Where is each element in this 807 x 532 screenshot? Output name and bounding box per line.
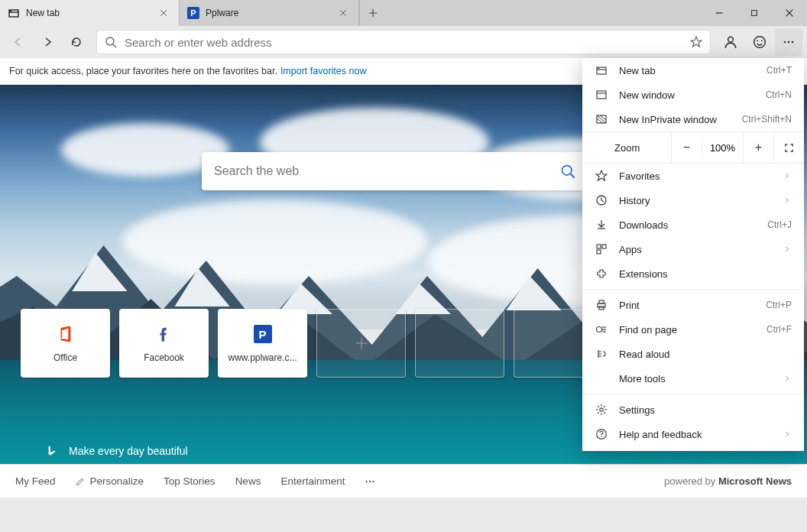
web-search-box[interactable] <box>202 152 588 190</box>
tile-label: Office <box>53 352 77 363</box>
menu-new-inprivate-window[interactable]: New InPrivate windowCtrl+Shift+N <box>582 107 804 131</box>
tab-label: New tab <box>26 8 150 18</box>
chevron-right-icon <box>783 196 792 205</box>
menu-print[interactable]: PrintCtrl+P <box>582 293 804 317</box>
nav-entertainment[interactable]: Entertainment <box>280 475 345 487</box>
feed-navbar: My Feed Personalize Top Stories News Ent… <box>0 464 807 498</box>
menu-help-and-feedback[interactable]: Help and feedback <box>582 422 804 446</box>
menu-new-window[interactable]: New windowCtrl+N <box>582 83 804 107</box>
nav-more[interactable] <box>365 476 375 487</box>
bing-icon <box>44 444 58 458</box>
find-icon <box>595 323 608 336</box>
search-icon <box>105 36 117 48</box>
star-icon <box>595 170 608 182</box>
menu-favorites[interactable]: Favorites <box>582 164 804 188</box>
settings-menu: New tabCtrl+TNew windowCtrl+NNew InPriva… <box>582 58 804 451</box>
bing-slogan: Make every day beautiful <box>44 444 188 458</box>
zoom-value: 100% <box>702 142 743 154</box>
tab-label: Pplware <box>206 8 329 18</box>
download-icon <box>595 219 608 231</box>
menu-apps[interactable]: Apps <box>582 237 804 261</box>
menu-more-tools[interactable]: More tools <box>582 366 804 391</box>
address-input[interactable] <box>125 36 682 49</box>
menu-history[interactable]: History <box>582 188 804 212</box>
powered-by: powered by Microsoft News <box>664 475 792 487</box>
plus-icon <box>351 332 372 354</box>
new-tab-button[interactable] <box>359 0 385 26</box>
chevron-right-icon <box>783 374 792 383</box>
close-tab-button[interactable] <box>156 8 171 18</box>
profile-button[interactable] <box>717 28 744 56</box>
pplware-icon: P <box>252 323 274 345</box>
newtab-icon <box>595 64 608 76</box>
tile-label: Facebook <box>144 352 184 363</box>
fullscreen-button[interactable] <box>773 131 804 164</box>
zoom-row: Zoom − 100% + <box>582 131 804 164</box>
close-window-button[interactable] <box>772 0 807 26</box>
chevron-right-icon <box>783 171 792 180</box>
zoom-in-button[interactable]: + <box>743 131 773 164</box>
tile-facebook[interactable]: Facebook <box>119 309 209 378</box>
help-icon <box>595 428 608 440</box>
search-icon[interactable] <box>560 164 575 179</box>
window-icon <box>595 89 608 101</box>
import-favorites-link[interactable]: Import favorites now <box>280 66 367 76</box>
facebook-icon <box>154 323 175 345</box>
print-icon <box>595 299 608 311</box>
extension-icon <box>595 268 608 280</box>
readaloud-icon <box>595 348 608 360</box>
close-tab-button[interactable] <box>335 8 351 18</box>
tile-label: www.pplware.c... <box>228 352 297 363</box>
chevron-right-icon <box>783 245 792 254</box>
menu-new-tab[interactable]: New tabCtrl+T <box>582 58 804 83</box>
zoom-label: Zoom <box>582 142 671 154</box>
add-tile-button[interactable] <box>316 309 406 378</box>
inprivate-icon <box>595 113 608 125</box>
empty-tile <box>415 309 504 378</box>
titlebar: New tab P Pplware <box>0 0 807 26</box>
nav-news[interactable]: News <box>235 475 261 487</box>
nav-my-feed[interactable]: My Feed <box>15 475 56 487</box>
tile-office[interactable]: Office <box>21 309 110 378</box>
window-controls <box>702 0 807 26</box>
menu-find-on-page[interactable]: Find on pageCtrl+F <box>582 317 804 342</box>
tab-strip: New tab P Pplware <box>0 0 359 26</box>
office-icon <box>55 323 76 345</box>
zoom-out-button[interactable]: − <box>671 131 702 164</box>
menu-downloads[interactable]: DownloadsCtrl+J <box>582 212 804 237</box>
slogan-text: Make every day beautiful <box>69 445 188 457</box>
web-search-input[interactable] <box>214 164 560 178</box>
apps-icon <box>595 243 608 255</box>
forward-button[interactable] <box>34 28 61 56</box>
favorites-bar-hint: For quick access, place your favorites h… <box>9 66 277 76</box>
menu-extensions[interactable]: Extensions <box>582 261 804 286</box>
back-button[interactable] <box>5 28 32 56</box>
chevron-right-icon <box>783 430 792 439</box>
pencil-icon <box>76 476 86 486</box>
tile-pplware[interactable]: P www.pplware.c... <box>218 309 307 378</box>
tab-new-tab[interactable]: New tab <box>0 0 180 26</box>
history-icon <box>595 194 608 206</box>
menu-read-aloud[interactable]: Read aloud <box>582 342 804 366</box>
maximize-button[interactable] <box>737 0 772 26</box>
refresh-button[interactable] <box>63 28 90 56</box>
minimize-button[interactable] <box>702 0 737 26</box>
menu-settings[interactable]: Settings <box>582 397 804 422</box>
newtab-icon <box>8 7 20 19</box>
quick-links: Office Facebook P www.pplware.c... <box>21 309 603 378</box>
nav-personalize[interactable]: Personalize <box>76 475 144 487</box>
address-bar[interactable] <box>96 30 711 54</box>
settings-icon <box>595 404 608 416</box>
feedback-button[interactable] <box>746 28 773 56</box>
settings-menu-button[interactable] <box>775 28 802 56</box>
toolbar <box>0 26 807 58</box>
pplware-icon: P <box>187 7 199 19</box>
tab-pplware[interactable]: P Pplware <box>180 0 359 26</box>
favorite-star-button[interactable] <box>690 36 702 48</box>
nav-top-stories[interactable]: Top Stories <box>164 475 216 487</box>
